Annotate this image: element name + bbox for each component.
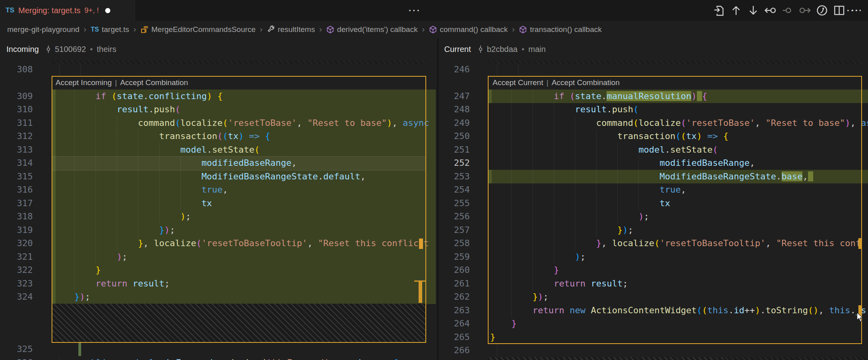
code-text: ); — [53, 210, 191, 223]
code-line[interactable]: 325 — [0, 342, 437, 356]
code-text: transaction((tx) => { — [490, 129, 728, 143]
incoming-editor[interactable]: 308Accept Incoming|Accept Combination309… — [0, 60, 437, 360]
code-text: modifiedBaseRange, — [490, 156, 755, 170]
code-line[interactable]: 250 transaction((tx) => { — [439, 129, 868, 143]
code-line[interactable]: 252 modifiedBaseRange, — [439, 156, 868, 170]
code-line[interactable]: 257 }); — [439, 223, 868, 237]
code-line[interactable]: 251 model.setState( — [439, 143, 868, 157]
line-number: 247 — [439, 90, 470, 103]
code-line[interactable]: 323 return result; — [0, 277, 437, 290]
method-symbol-icon — [519, 26, 527, 34]
tab-merging-target[interactable]: TS Merging: target.ts 9+, ! — [0, 0, 135, 21]
code-line[interactable]: 313 model.setState( — [0, 143, 437, 157]
breadcrumb-label: merge-git-playground — [7, 25, 80, 34]
code-line[interactable]: 312 transaction((tx) => { — [0, 129, 437, 143]
code-line[interactable]: 255 tx — [439, 197, 868, 210]
indent-guide — [518, 63, 519, 76]
code-line[interactable]: 248 result.push( — [439, 103, 868, 116]
code-line[interactable]: 258 }, localize('resetToBaseTooltip', "R… — [439, 237, 868, 250]
line-number: 318 — [0, 210, 33, 223]
code-text: model.setState( — [490, 143, 718, 157]
code-line[interactable]: 266 — [439, 344, 868, 357]
current-conflict-button[interactable] — [782, 4, 794, 16]
conflict-actions: Accept Current|Accept Combination — [493, 76, 620, 90]
accept-combination-link[interactable]: Accept Combination — [552, 78, 620, 87]
incoming-more-actions-button[interactable]: ··· — [409, 0, 421, 22]
code-line[interactable]: 246 — [439, 63, 868, 76]
current-branch-label: main — [528, 45, 545, 54]
code-line[interactable]: 318 ); — [0, 210, 437, 223]
code-line[interactable]: 320 }, localize('resetToBaseTooltip', "R… — [0, 237, 437, 250]
breadcrumb-separator-icon: › — [259, 25, 263, 34]
line-number: 316 — [0, 183, 33, 197]
code-line[interactable]: 263 return new ActionsContentWidget((thi… — [439, 304, 868, 317]
code-text: }); — [53, 223, 175, 237]
code-text: result.push( — [53, 103, 180, 116]
code-line[interactable]: 265} — [439, 330, 868, 344]
next-change-button[interactable] — [747, 4, 759, 16]
code-line[interactable]: 319 }); — [0, 223, 437, 237]
code-text: } — [490, 330, 495, 344]
code-line[interactable]: 261 return result; — [439, 277, 868, 290]
breadcrumb-item[interactable]: resultItems — [267, 25, 315, 34]
breadcrumb-item[interactable]: merge-git-playground — [7, 25, 80, 34]
line-number: 248 — [439, 103, 470, 116]
code-line[interactable]: 321 ); — [0, 250, 437, 264]
code-line[interactable]: 314 modifiedBaseRange, — [0, 156, 437, 170]
overflow-marker — [419, 280, 422, 303]
code-line[interactable]: 316 true, — [0, 183, 437, 197]
vscode-merge-editor-window: TS Merging: target.ts 9+, ! merge-git-pl… — [0, 0, 868, 360]
code-line[interactable]: 315 ModifiedBaseRangeState.default, — [0, 170, 437, 183]
accept-incoming-link[interactable]: Accept Incoming — [56, 78, 112, 87]
code-line[interactable]: 309 if (state.conflicting) { — [0, 90, 437, 103]
code-text: modifiedBaseRange, — [53, 156, 297, 170]
previous-change-button[interactable] — [730, 4, 742, 16]
breadcrumb: merge-git-playground›TStarget.ts›MergeEd… — [0, 21, 868, 38]
code-line[interactable]: 262 }); — [439, 290, 868, 304]
deleted-region-hatch — [724, 357, 868, 360]
line-number: 322 — [0, 263, 33, 277]
code-line[interactable]: 259 ); — [439, 250, 868, 264]
code-line[interactable]: 249 command(localize('resetToBase', "Res… — [439, 116, 868, 130]
breadcrumb-item[interactable]: TStarget.ts — [91, 25, 129, 34]
code-text: ); — [490, 210, 649, 223]
code-line[interactable]: 253 ModifiedBaseRangeState.base, — [439, 170, 868, 183]
breadcrumb-item[interactable]: MergeEditorCommandsSource — [141, 25, 256, 34]
current-editor[interactable]: 246Accept Current|Accept Combination247 … — [439, 60, 868, 360]
code-line[interactable]: 317 tx — [0, 197, 437, 210]
code-line[interactable]: 254 true, — [439, 183, 868, 197]
line-number: 320 — [0, 237, 33, 250]
current-more-actions-button[interactable]: ··· — [847, 0, 859, 22]
code-line[interactable]: 326 public readonly isFocused = derived(… — [0, 356, 437, 360]
open-file-button[interactable] — [713, 4, 725, 16]
line-number: 256 — [439, 210, 470, 223]
split-editor-button[interactable] — [833, 4, 845, 16]
code-line[interactable]: 308 — [0, 63, 437, 76]
accept-combination-link[interactable]: Accept Combination — [120, 78, 188, 87]
current-commit-hash: b2cbdaa — [487, 45, 518, 54]
code-line[interactable]: 311 command(localize('resetToBase', "Res… — [0, 116, 437, 130]
accept-current-link[interactable]: Accept Current — [493, 78, 543, 87]
code-line[interactable]: 310 result.push( — [0, 103, 437, 116]
code-line[interactable]: 247 if (state.manualResolution) { — [439, 90, 868, 103]
breadcrumb-item[interactable]: derived('items') callback — [326, 25, 418, 34]
breadcrumb-item[interactable]: transaction() callback — [519, 25, 602, 34]
code-line[interactable]: 324 }); — [0, 290, 437, 304]
line-number: 251 — [439, 143, 470, 157]
link-separator: | — [115, 78, 117, 87]
code-line[interactable]: 264 } — [439, 317, 868, 330]
code-line[interactable]: 260 } — [439, 263, 868, 277]
next-conflict-button[interactable] — [799, 4, 811, 16]
code-line[interactable]: 256 ); — [439, 210, 868, 223]
code-text: tx — [53, 197, 212, 210]
previous-conflict-button[interactable] — [764, 4, 776, 16]
merge-actions-button[interactable] — [816, 4, 828, 16]
line-number: 317 — [0, 197, 33, 210]
code-line[interactable]: 322 } — [0, 263, 437, 277]
breadcrumb-item[interactable]: command() callback — [429, 25, 508, 34]
code-text: }); — [490, 290, 549, 304]
breadcrumb-separator-icon: › — [319, 25, 322, 34]
line-number: 258 — [439, 237, 470, 250]
code-text: ModifiedBaseRangeState.default, — [53, 170, 366, 183]
line-number: 246 — [439, 63, 470, 76]
